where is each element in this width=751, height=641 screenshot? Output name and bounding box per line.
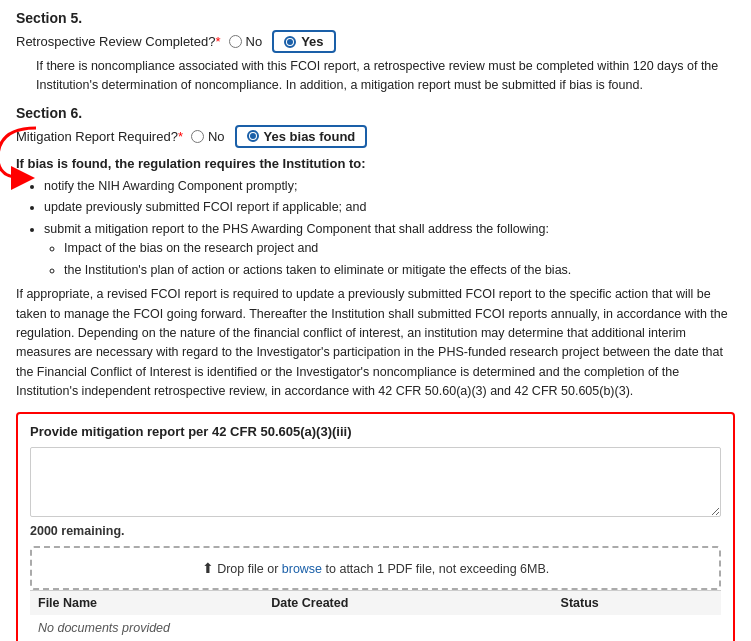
section6-required-star: * [178,129,183,144]
file-table-header-status: Status [553,590,721,615]
sub-bullet-item-1: Impact of the bias on the research proje… [64,239,735,258]
section5: Section 5. Retrospective Review Complete… [16,10,735,95]
remaining-count: 2000 [30,524,58,538]
section6-radio-no-input[interactable] [191,130,204,143]
section6-radio-group: No Yes bias found [191,125,367,148]
remaining-text: 2000 remaining. [30,524,721,538]
regulation-bullet-list: notify the NIH Awarding Component prompt… [44,177,735,280]
mitigation-box: Provide mitigation report per 42 CFR 50.… [16,412,735,642]
mitigation-title: Provide mitigation report per 42 CFR 50.… [30,424,721,439]
drop-text-suffix: to attach 1 PDF file, not exceeding 6MB. [322,562,549,576]
section5-info-text: If there is noncompliance associated wit… [36,57,735,95]
sub-bullet-list: Impact of the bias on the research proje… [64,239,735,280]
section5-radio-yes-selected[interactable]: Yes [272,30,335,53]
no-docs-row: No documents provided [30,615,721,641]
upload-icon: ⬆ [202,560,214,576]
file-table-header-row: File Name Date Created Status [30,590,721,615]
section6-radio-yes-selected[interactable]: Yes bias found [235,125,368,148]
section6-title: Section 6. [16,105,735,121]
section5-radio-yes-dot [284,36,296,48]
section5-required-star: * [215,34,220,49]
section5-radio-no-input[interactable] [229,35,242,48]
mitigation-textarea[interactable] [30,447,721,517]
section6-radio-yes-dot [247,130,259,142]
file-table-header-date: Date Created [263,590,552,615]
section5-radio-no[interactable]: No [229,34,263,49]
drop-text-prefix: Drop file or [217,562,282,576]
section5-row: Retrospective Review Completed?* No Yes [16,30,735,53]
section6: Section 6. Mitigation Report Required?* … [16,105,735,642]
section5-label: Retrospective Review Completed?* [16,34,221,49]
section5-title: Section 5. [16,10,735,26]
sub-bullet-item-2: the Institution's plan of action or acti… [64,261,735,280]
drop-zone[interactable]: ⬆ Drop file or browse to attach 1 PDF fi… [30,546,721,590]
browse-link[interactable]: browse [282,562,322,576]
section6-label: Mitigation Report Required?* [16,129,183,144]
file-table-header-filename: File Name [30,590,263,615]
section5-radio-group: No Yes [229,30,336,53]
no-docs-text: No documents provided [30,615,721,641]
bullet-item-3: submit a mitigation report to the PHS Aw… [44,220,735,279]
body-paragraph: If appropriate, a revised FCOI report is… [16,285,735,401]
bias-heading: If bias is found, the regulation require… [16,156,735,171]
drop-zone-text: ⬆ Drop file or browse to attach 1 PDF fi… [202,562,550,576]
bullet-item-1: notify the NIH Awarding Component prompt… [44,177,735,196]
remaining-label: remaining. [61,524,124,538]
file-table: File Name Date Created Status No documen… [30,590,721,641]
section6-row: Mitigation Report Required?* No Yes bias… [16,125,735,148]
bullet-item-2: update previously submitted FCOI report … [44,198,735,217]
section6-radio-no[interactable]: No [191,129,225,144]
